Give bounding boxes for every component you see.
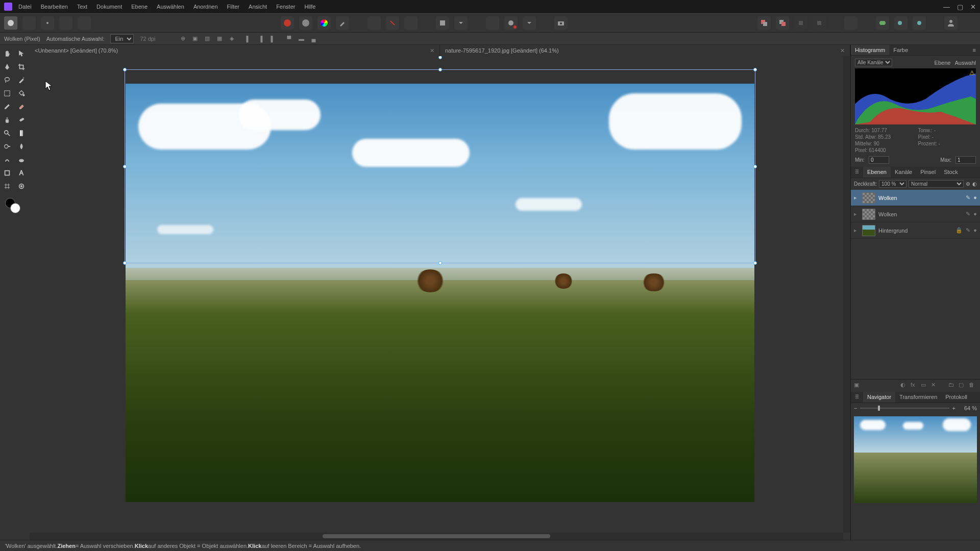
boolean-add-icon[interactable] [876, 16, 889, 30]
layer-mask2-icon[interactable]: ▭ [921, 382, 929, 390]
assist-icon[interactable] [504, 16, 518, 30]
eraser-tool[interactable] [14, 100, 29, 113]
layer-live-icon[interactable]: ✕ [931, 382, 939, 390]
lock-icon[interactable]: 🔒 [955, 227, 963, 234]
develop-persona-icon[interactable] [41, 16, 54, 30]
panel-grip-icon[interactable]: ⠿ [851, 167, 863, 178]
smudge-tool[interactable] [0, 153, 14, 166]
menu-auswählen[interactable]: Auswählen [157, 4, 184, 10]
menu-hilfe[interactable]: Hilfe [304, 4, 315, 10]
close-tab-icon[interactable]: ✕ [840, 47, 845, 54]
lasso-tool[interactable] [0, 73, 14, 87]
layer-thumbnail[interactable] [862, 209, 875, 220]
arrange-back-icon[interactable] [757, 16, 771, 30]
align-icon[interactable] [844, 16, 857, 30]
auto-select-dropdown[interactable]: Ein [110, 34, 134, 43]
layer-fx-icon[interactable]: fx [911, 382, 919, 390]
menu-anordnen[interactable]: Anordnen [193, 4, 218, 10]
document-tab[interactable]: <Unbenannt> [Geändert] (70.8%)✕ [30, 45, 440, 56]
swatch-red-icon[interactable] [281, 16, 294, 30]
shape-tool[interactable] [0, 166, 14, 180]
dodge-tool[interactable] [0, 140, 14, 153]
visibility-icon[interactable]: ● [973, 227, 977, 234]
blend-mode-dropdown[interactable]: Normal [909, 180, 964, 188]
camera-icon[interactable] [554, 16, 568, 30]
zoom-slider[interactable] [860, 408, 949, 409]
move-tool[interactable] [14, 47, 29, 60]
chevron-right-icon[interactable]: ▸ [854, 227, 859, 234]
tab-brushes[interactable]: Pinsel [916, 167, 940, 178]
canvas[interactable] [126, 84, 754, 502]
arrange-3-icon[interactable] [794, 16, 807, 30]
menu-dokument[interactable]: Dokument [96, 4, 122, 10]
zoom-in-button[interactable]: + [952, 405, 955, 411]
clone-tool[interactable] [0, 113, 14, 127]
scope-selection[interactable]: Auswahl [954, 60, 976, 66]
layer-thumbnail[interactable] [862, 192, 875, 204]
edit-icon[interactable]: ✎ [966, 211, 970, 217]
gradient-tool[interactable] [14, 127, 29, 140]
tab-color[interactable]: Farbe [889, 45, 912, 55]
layer-delete-icon[interactable]: 🗑 [969, 382, 977, 390]
picker-icon[interactable] [336, 16, 349, 30]
menu-ansicht[interactable]: Ansicht [249, 4, 267, 10]
boolean-intersect-icon[interactable] [913, 16, 926, 30]
transform-1-icon[interactable]: ▣ [190, 34, 200, 44]
navigator-preview[interactable] [854, 416, 977, 503]
arrange-4-icon[interactable] [813, 16, 826, 30]
selection-invert-icon[interactable] [404, 16, 418, 30]
vertical-scrollbar[interactable] [843, 56, 850, 533]
document-tab[interactable]: nature-7595617_1920.jpg [Geändert] (64.1… [440, 45, 850, 56]
minimize-icon[interactable]: — [943, 3, 950, 11]
tab-channels[interactable]: Kanäle [891, 167, 916, 178]
heal-tool[interactable] [14, 113, 29, 127]
selection-new-icon[interactable] [368, 16, 381, 30]
edit-icon[interactable]: ✎ [966, 227, 970, 234]
transform-origin-icon[interactable]: ⊕ [178, 34, 188, 44]
tone-persona-icon[interactable] [59, 16, 72, 30]
crop-icon[interactable] [486, 16, 499, 30]
layer-group-icon[interactable]: 🗀 [948, 382, 957, 390]
color-picker-tool[interactable] [14, 180, 29, 193]
panel-grip-icon[interactable]: ⠿ [851, 392, 863, 403]
align-left-icon[interactable]: ▌ [243, 34, 253, 44]
sponge-tool[interactable] [14, 153, 29, 166]
transform-2-icon[interactable]: ▥ [202, 34, 212, 44]
marquee-tool[interactable] [0, 87, 14, 100]
tab-transform[interactable]: Transformieren [895, 392, 941, 403]
maximize-icon[interactable]: ▢ [957, 3, 963, 11]
tab-stock[interactable]: Stock [940, 167, 962, 178]
export-persona-icon[interactable] [78, 16, 91, 30]
hand-tool[interactable] [0, 47, 14, 60]
layer-item[interactable]: ▸Wolken✎● [851, 190, 980, 206]
tab-navigator[interactable]: Navigator [863, 392, 895, 403]
panel-menu-icon[interactable]: ≡ [969, 45, 980, 55]
layer-item[interactable]: ▸Hintergrund🔒✎● [851, 222, 980, 239]
edit-icon[interactable]: ✎ [966, 194, 970, 201]
text-tool[interactable]: A [14, 166, 29, 180]
transform-4-icon[interactable]: ◈ [227, 34, 237, 44]
fx-icon[interactable]: ◐ [972, 181, 977, 187]
chevron-right-icon[interactable]: ▸ [854, 194, 859, 201]
max-input[interactable] [955, 156, 976, 164]
menu-fenster[interactable]: Fenster [276, 4, 295, 10]
wand-tool[interactable] [14, 73, 29, 87]
min-input[interactable] [869, 156, 889, 164]
gear-icon[interactable]: ⚙ [966, 181, 970, 187]
canvas-area[interactable] [30, 56, 850, 540]
arrange-front-icon[interactable] [776, 16, 789, 30]
menu-ebene[interactable]: Ebene [131, 4, 148, 10]
swatch-rainbow-icon[interactable] [317, 16, 331, 30]
tab-histogram[interactable]: Histogramm [851, 45, 889, 55]
mesh-tool[interactable] [0, 180, 14, 193]
transform-3-icon[interactable]: ▦ [214, 34, 225, 44]
channel-dropdown[interactable]: Alle Kanäle [855, 59, 892, 66]
flood-select-tool[interactable] [14, 87, 29, 100]
layer-add-icon[interactable]: ▢ [959, 382, 967, 390]
menu-datei[interactable]: Datei [18, 4, 32, 10]
scope-layer[interactable]: Ebene [935, 60, 951, 66]
visibility-icon[interactable]: ● [973, 211, 977, 217]
blur-tool[interactable] [14, 140, 29, 153]
opacity-dropdown[interactable]: 100 % [879, 180, 906, 188]
menu-text[interactable]: Text [77, 4, 87, 10]
